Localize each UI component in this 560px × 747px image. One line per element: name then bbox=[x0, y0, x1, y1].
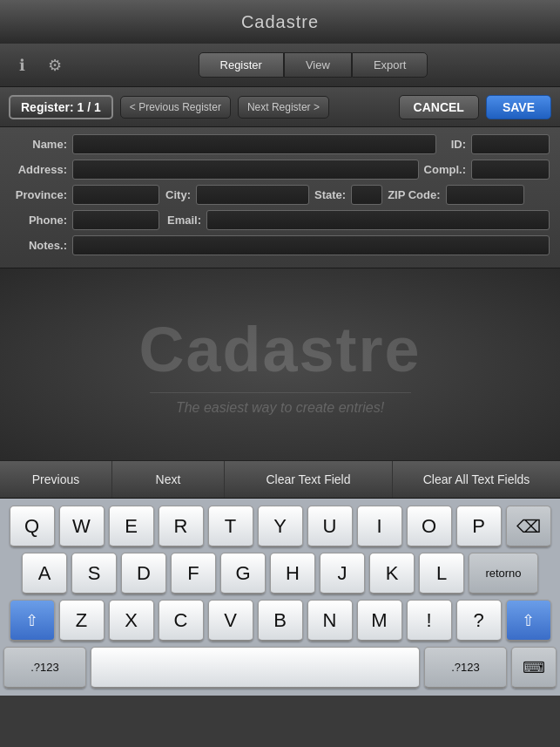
zip-label: ZIP Code: bbox=[388, 188, 440, 201]
key-return[interactable]: retorno bbox=[469, 553, 538, 594]
form-row-phone: Phone: Email: bbox=[10, 210, 550, 230]
id-label: ID: bbox=[442, 138, 466, 151]
register-bar: Register: 1 / 1 < Previous Register Next… bbox=[0, 87, 560, 127]
form-row-address: Address: Compl.: bbox=[10, 160, 550, 180]
prev-field-button[interactable]: Previous bbox=[0, 461, 112, 498]
id-input[interactable] bbox=[471, 134, 550, 154]
city-label: City: bbox=[165, 188, 191, 201]
watermark-divider bbox=[150, 392, 411, 393]
tab-view[interactable]: View bbox=[284, 52, 352, 78]
compl-label: Compl.: bbox=[424, 163, 466, 176]
province-input[interactable] bbox=[72, 185, 159, 205]
key-backspace[interactable]: ⌫ bbox=[506, 506, 551, 547]
email-input[interactable] bbox=[206, 210, 550, 230]
key-l[interactable]: L bbox=[419, 553, 464, 594]
key-u[interactable]: U bbox=[307, 506, 353, 547]
notes-label: Notes.: bbox=[10, 239, 67, 252]
city-input[interactable] bbox=[196, 185, 309, 205]
key-a[interactable]: A bbox=[22, 553, 67, 594]
email-label: Email: bbox=[165, 214, 201, 227]
key-i[interactable]: I bbox=[357, 506, 402, 547]
toolbar: ℹ ⚙ Register View Export bbox=[0, 44, 560, 87]
form-row-province: Province: City: State: ZIP Code: bbox=[10, 185, 550, 205]
register-count: Register: 1 / 1 bbox=[9, 95, 113, 119]
prev-register-button[interactable]: < Previous Register bbox=[120, 96, 231, 119]
key-c[interactable]: C bbox=[159, 600, 204, 642]
title-bar: Cadastre bbox=[0, 0, 560, 44]
phone-label: Phone: bbox=[10, 214, 67, 227]
clear-field-button[interactable]: Clear Text Field bbox=[225, 461, 393, 498]
form-area: Name: ID: Address: Compl.: Province: Cit… bbox=[0, 127, 560, 268]
key-question[interactable]: ? bbox=[456, 600, 502, 642]
key-j[interactable]: J bbox=[320, 553, 365, 594]
address-input[interactable] bbox=[72, 160, 419, 180]
key-m[interactable]: M bbox=[357, 600, 402, 642]
key-row-4: .?123 .?123 ⌨ bbox=[3, 647, 557, 689]
key-z[interactable]: Z bbox=[59, 600, 105, 642]
key-s[interactable]: S bbox=[71, 553, 117, 594]
save-button[interactable]: SAVE bbox=[486, 95, 551, 119]
name-input[interactable] bbox=[72, 134, 436, 154]
next-field-button[interactable]: Next bbox=[112, 461, 225, 498]
state-input[interactable] bbox=[351, 185, 382, 205]
zip-input[interactable] bbox=[446, 185, 524, 205]
key-shift[interactable]: ⇧ bbox=[10, 600, 55, 642]
notes-input[interactable] bbox=[72, 235, 550, 255]
key-space[interactable] bbox=[91, 647, 420, 689]
key-p[interactable]: P bbox=[456, 506, 502, 547]
form-row-notes: Notes.: bbox=[10, 235, 550, 255]
key-f[interactable]: F bbox=[171, 553, 216, 594]
tab-export[interactable]: Export bbox=[352, 52, 428, 78]
key-row-2: A S D F G H J K L retorno bbox=[3, 553, 557, 594]
compl-input[interactable] bbox=[471, 160, 550, 180]
next-register-button[interactable]: Next Register > bbox=[238, 96, 329, 119]
key-t[interactable]: T bbox=[208, 506, 253, 547]
key-w[interactable]: W bbox=[59, 506, 105, 547]
tab-register[interactable]: Register bbox=[199, 52, 284, 78]
key-n[interactable]: N bbox=[307, 600, 353, 642]
tab-group: Register View Export bbox=[75, 52, 551, 78]
key-q[interactable]: Q bbox=[10, 506, 55, 547]
key-numbers-right[interactable]: .?123 bbox=[424, 647, 507, 689]
watermark-area: Cadastre The easiest way to create entri… bbox=[0, 268, 560, 460]
key-b[interactable]: B bbox=[258, 600, 303, 642]
phone-input[interactable] bbox=[72, 210, 159, 230]
watermark-title: Cadastre bbox=[138, 314, 421, 385]
address-label: Address: bbox=[10, 163, 67, 176]
app-title: Cadastre bbox=[241, 12, 319, 32]
province-label: Province: bbox=[10, 188, 67, 201]
key-r[interactable]: R bbox=[159, 506, 204, 547]
key-row-1: Q W E R T Y U I O P ⌫ bbox=[3, 506, 557, 547]
cancel-button[interactable]: CANCEL bbox=[399, 95, 479, 119]
name-label: Name: bbox=[10, 138, 67, 151]
key-d[interactable]: D bbox=[121, 553, 166, 594]
key-k[interactable]: K bbox=[369, 553, 415, 594]
keyboard-toolbar: Previous Next Clear Text Field Clear All… bbox=[0, 460, 560, 499]
key-y[interactable]: Y bbox=[258, 506, 303, 547]
key-v[interactable]: V bbox=[208, 600, 253, 642]
state-label: State: bbox=[314, 188, 346, 201]
key-g[interactable]: G bbox=[220, 553, 266, 594]
key-keyboard-hide[interactable]: ⌨ bbox=[511, 647, 557, 689]
form-row-name: Name: ID: bbox=[10, 134, 550, 154]
clear-all-button[interactable]: Clear All Text Fields bbox=[393, 461, 560, 498]
key-shift-right[interactable]: ⇧ bbox=[506, 600, 551, 642]
key-row-3: ⇧ Z X C V B N M ! ? ⇧ bbox=[3, 600, 557, 642]
key-h[interactable]: H bbox=[270, 553, 315, 594]
info-icon[interactable]: ℹ bbox=[9, 52, 35, 78]
key-x[interactable]: X bbox=[109, 600, 154, 642]
gear-icon[interactable]: ⚙ bbox=[42, 52, 68, 78]
key-exclaim[interactable]: ! bbox=[407, 600, 452, 642]
key-numbers[interactable]: .?123 bbox=[3, 647, 86, 689]
keyboard: Q W E R T Y U I O P ⌫ A S D F G H J K L … bbox=[0, 499, 560, 696]
key-e[interactable]: E bbox=[109, 506, 154, 547]
key-o[interactable]: O bbox=[407, 506, 452, 547]
watermark-subtitle: The easiest way to create entries! bbox=[176, 400, 384, 416]
